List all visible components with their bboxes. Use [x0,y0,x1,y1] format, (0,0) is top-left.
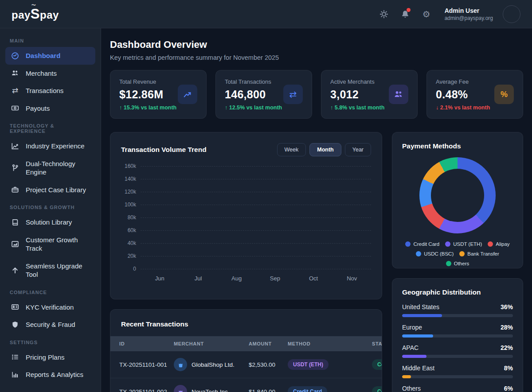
table-row[interactable]: TX-20251101-001 GlobalShop Ltd. $2,530.0… [110,351,382,378]
git-branch-icon [11,164,20,172]
sidebar-item-label: Pricing Plans [26,353,65,362]
stat-card-total-revenue: Total Revenue $12.86M ↑ 15.3% vs last mo… [110,70,207,119]
gridline [141,217,371,218]
sidebar-nav: MAIN Dashboard Merchants ⇄ Transactions [0,28,101,392]
geo-label: APAC [402,344,419,351]
transaction-amount: $1,840.00 [249,388,288,392]
gridline [141,269,371,269]
y-axis: 160k140k120k100k80k60k40k20k0 [121,166,141,269]
geo-percentage: 6% [504,385,513,392]
page-title: Dashboard Overview [110,39,523,50]
progress-fill [402,314,442,317]
legend-label: Bank Transfer [467,251,499,256]
x-tick-label: Oct [294,275,333,282]
shopping-bag-icon [174,385,187,392]
range-week-button[interactable]: Week [277,143,306,156]
sidebar-item-label: Solution Library [26,218,72,227]
gridline [141,179,371,179]
stat-value: 146,800 [225,88,282,101]
top-header: paySpay ⚙ Admin User admin [0,0,532,28]
shield-icon [11,321,20,329]
sidebar-item-customer-growth-track[interactable]: Customer Growth Track [5,231,95,257]
transaction-volume-card: Transaction Volume Trend Week Month Year… [110,132,382,299]
progress-fill [402,355,426,358]
sidebar-item-seamless-upgrade-tool[interactable]: Seamless Upgrade Tool [5,257,95,283]
transactions-table: ID MERCHANT AMOUNT METHOD STATUS TX-2025… [110,336,382,392]
gridline [141,243,371,244]
legend-label: USDT (ETH) [453,241,482,247]
x-tick-label: Jun [141,275,179,282]
table-row[interactable]: TX-20251101-002 NovaTech Inc. $1,840.00 [110,378,382,392]
transfer-arrows-icon: ⇄ [11,87,20,94]
gridline [141,256,371,256]
user-info[interactable]: Admin User admin@payspay.org [445,7,493,21]
trend-up-icon [178,85,197,104]
chart-title: Transaction Volume Trend [121,146,207,154]
geographic-title: Geographic Distribution [402,288,513,296]
donut-legend: Credit Card USDT (ETH) Alipay USDC (BSC)… [402,241,513,266]
bar-chart: 160k140k120k100k80k60k40k20k0 JunJulAugS… [121,166,371,282]
legend-item: Bank Transfer [459,251,499,256]
method-badge: USDT (ETH) [288,359,329,370]
sidebar-item-label: Security & Fraud [26,320,75,329]
legend-item: Alipay [488,241,509,247]
geo-row-europe: Europe28% [402,324,513,338]
progress-fill [402,375,411,378]
sidebar-item-reports-analytics[interactable]: Reports & Analytics [5,366,95,384]
range-year-button[interactable]: Year [345,143,371,156]
sidebar-item-transactions[interactable]: ⇄ Transactions [5,82,95,100]
merchant-name: NovaTech Inc. [192,388,230,392]
sidebar-item-dual-technology-engine[interactable]: Dual-Technology Engine [5,155,95,181]
range-month-button[interactable]: Month [309,143,341,156]
logo-s: S [31,6,40,22]
sidebar-item-payouts[interactable]: Payouts [5,100,95,117]
page-subtitle: Key metrics and performance summary for … [110,54,523,61]
avatar[interactable] [503,5,520,23]
gridline [141,166,371,167]
legend-item: Credit Card [405,241,439,247]
sidebar-item-label: Dual-Technology Engine [26,159,90,177]
stat-label: Average Fee [436,78,490,85]
stat-card-active-merchants: Active Merchants 3,012 ↑ 5.8% vs last mo… [321,70,418,119]
sidebar-item-merchants[interactable]: Merchants [5,65,95,82]
logo: paySpay [12,6,59,22]
book-icon [11,218,20,226]
notifications-button[interactable] [399,8,411,20]
id-card-icon [11,303,20,311]
nav-section-compliance: COMPLIANCE [10,290,91,295]
legend-label: USDC (BSC) [424,251,454,256]
geo-row-middle-east: Middle East8% [402,365,513,378]
logo-text-2: pay [40,9,59,21]
percent-icon: % [494,85,514,104]
nav-section-technology: TECHNOLOGY & EXPERIENCE [10,123,91,134]
user-name: Admin User [445,7,493,14]
geo-percentage: 22% [501,344,513,351]
nav-section-solutions: SOLUTIONS & GROWTH [10,205,91,210]
x-tick-label: Nov [332,275,371,282]
theme-toggle-button[interactable] [378,8,390,20]
sidebar-item-project-case-library[interactable]: Project Case Library [5,181,95,199]
status-badge: Completed [372,386,382,392]
legend-label: Alipay [496,241,509,247]
geo-label: Middle East [402,365,434,372]
stat-value: 3,012 [330,88,384,101]
sidebar-item-kyc-verification[interactable]: KYC Verification [5,299,95,316]
stat-label: Active Merchants [330,78,384,85]
list-icon [11,353,20,361]
sidebar-item-pricing-plans[interactable]: Pricing Plans [5,349,95,366]
legend-dot [405,241,411,247]
bar-plot [141,166,371,269]
sidebar-item-solution-library[interactable]: Solution Library [5,213,95,231]
sidebar-item-dashboard[interactable]: Dashboard [5,47,95,65]
stat-value: $12.86M [119,88,176,101]
sidebar-item-label: Dashboard [26,51,60,60]
progress-track [402,355,513,358]
legend-item: Others [446,261,469,266]
sidebar-item-label: Reports & Analytics [26,370,83,379]
sidebar-item-security-fraud[interactable]: Security & Fraud [5,316,95,334]
sidebar-item-industry-experience[interactable]: Industry Experience [5,137,95,155]
legend-dot [459,251,465,256]
settings-button[interactable]: ⚙ [421,8,432,20]
progress-track [402,375,513,378]
sidebar-item-label: Merchants [26,69,57,78]
